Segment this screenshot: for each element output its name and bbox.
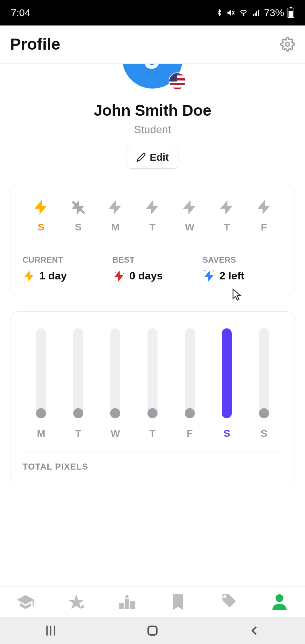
avatar[interactable]: J xyxy=(122,64,183,89)
streak-day-mon[interactable]: M xyxy=(97,199,134,233)
divider xyxy=(23,451,282,451)
svg-text:*: * xyxy=(204,270,206,273)
streak-day-sun[interactable]: S xyxy=(60,199,97,233)
bottom-nav xyxy=(0,586,305,617)
pixel-bar-label: F xyxy=(186,428,192,439)
streak-day-label: S xyxy=(23,221,60,233)
profile-role: Student xyxy=(0,123,305,136)
status-time: 7:04 xyxy=(11,7,30,18)
status-right: 73% xyxy=(216,7,294,18)
bolt-icon xyxy=(23,269,36,283)
bolt-icon xyxy=(181,199,199,216)
status-bar: 7:04 73% xyxy=(0,0,305,25)
bolt-blue-icon: ** xyxy=(203,269,216,283)
pixel-bar-sat[interactable]: S xyxy=(208,328,246,439)
svg-rect-6 xyxy=(258,10,259,16)
sys-home-icon[interactable] xyxy=(145,623,160,638)
pixel-bar-label: S xyxy=(223,428,230,439)
stat-label: CURRENT xyxy=(23,255,102,265)
profile-name: John Smith Doe xyxy=(0,101,305,119)
nav-tag-icon[interactable] xyxy=(219,593,238,611)
pixel-bar-label: S xyxy=(261,428,267,439)
bolt-off-icon xyxy=(70,199,87,216)
bolt-icon xyxy=(106,199,124,216)
content-scroll[interactable]: J John Smith Doe Student Edit S S M xyxy=(0,64,305,587)
bolt-icon xyxy=(144,199,161,216)
stat-value: 0 days xyxy=(129,270,163,282)
streak-day-label: M xyxy=(97,221,134,233)
flag-badge-us xyxy=(169,72,186,90)
pixel-bar-label: M xyxy=(37,428,45,439)
svg-rect-4 xyxy=(255,13,256,16)
streak-day-wed[interactable]: W xyxy=(171,199,208,233)
mute-icon xyxy=(226,8,235,17)
stat-savers: SAVERS ** 2 left xyxy=(203,255,282,283)
svg-rect-15 xyxy=(119,603,124,609)
streak-day-label: F xyxy=(245,221,282,233)
pixel-bar-label: W xyxy=(111,428,120,439)
nav-learn-icon[interactable] xyxy=(16,593,35,611)
svg-rect-16 xyxy=(130,601,135,609)
bluetooth-icon xyxy=(216,8,223,17)
pixel-bar-tue[interactable]: T xyxy=(60,328,97,439)
svg-point-10 xyxy=(123,273,124,274)
total-pixels-label: TOTAL PIXELS xyxy=(23,462,282,472)
pixel-bar-wed[interactable]: W xyxy=(97,328,134,439)
gear-icon[interactable] xyxy=(280,37,295,52)
pixel-bar-fri[interactable]: F xyxy=(171,328,208,439)
bolt-icon xyxy=(255,199,273,216)
battery-icon xyxy=(288,8,294,18)
app-header: Profile xyxy=(0,25,305,64)
svg-point-13 xyxy=(81,605,84,608)
streak-day-thu[interactable]: T xyxy=(208,199,246,233)
streak-day-label: T xyxy=(134,221,171,233)
pixel-bar-mon[interactable]: M xyxy=(23,328,60,439)
streak-day-fri[interactable]: F xyxy=(245,199,282,233)
nav-leaderboard-icon[interactable] xyxy=(118,593,136,611)
stat-best: BEST 0 days xyxy=(113,255,192,283)
svg-point-17 xyxy=(276,594,284,602)
edit-label: Edit xyxy=(150,152,169,163)
pixel-bar-label: T xyxy=(75,428,81,439)
wifi-icon xyxy=(238,9,249,17)
streak-day-label: W xyxy=(171,221,208,233)
stat-value: 2 left xyxy=(219,270,245,282)
streak-day-label: T xyxy=(208,221,246,233)
svg-point-7 xyxy=(286,42,290,46)
edit-button[interactable]: Edit xyxy=(127,146,179,169)
svg-rect-14 xyxy=(125,599,129,609)
streak-day-sat[interactable]: S xyxy=(23,199,60,233)
svg-rect-21 xyxy=(148,626,157,635)
pixels-card: M T W T F S S xyxy=(10,311,295,484)
divider xyxy=(23,245,282,245)
bolt-red-icon xyxy=(113,269,126,283)
avatar-initial: J xyxy=(144,64,161,75)
nav-bookmark-icon[interactable] xyxy=(169,593,187,611)
svg-point-2 xyxy=(243,15,244,16)
svg-rect-3 xyxy=(253,14,254,16)
streak-stats: CURRENT 1 day BEST 0 days SAVERS ** 2 le… xyxy=(23,255,282,283)
bolt-icon xyxy=(218,199,235,216)
stat-label: SAVERS xyxy=(203,255,282,265)
sys-recents-icon[interactable] xyxy=(43,623,58,638)
nav-star-icon[interactable] xyxy=(67,593,86,611)
sys-back-icon[interactable] xyxy=(247,623,262,638)
pencil-icon xyxy=(136,153,146,162)
streak-card: S S M T W T F xyxy=(10,185,295,295)
stat-label: BEST xyxy=(113,255,192,265)
pixel-bar-sun[interactable]: S xyxy=(245,328,282,439)
streak-day-tue[interactable]: T xyxy=(134,199,171,233)
avatar-section: J xyxy=(0,64,305,89)
stat-current: CURRENT 1 day xyxy=(23,255,102,283)
streak-week: S S M T W T F xyxy=(23,199,282,233)
bolt-icon xyxy=(32,199,50,216)
svg-rect-5 xyxy=(256,11,257,16)
page-title: Profile xyxy=(10,35,60,53)
signal-icon xyxy=(252,9,261,17)
pixel-bar-label: T xyxy=(149,428,156,439)
pixel-bar-thu[interactable]: T xyxy=(134,328,171,439)
streak-day-label: S xyxy=(60,221,97,233)
nav-profile-icon[interactable] xyxy=(270,593,289,611)
system-nav xyxy=(0,617,305,644)
stat-value: 1 day xyxy=(39,270,67,282)
